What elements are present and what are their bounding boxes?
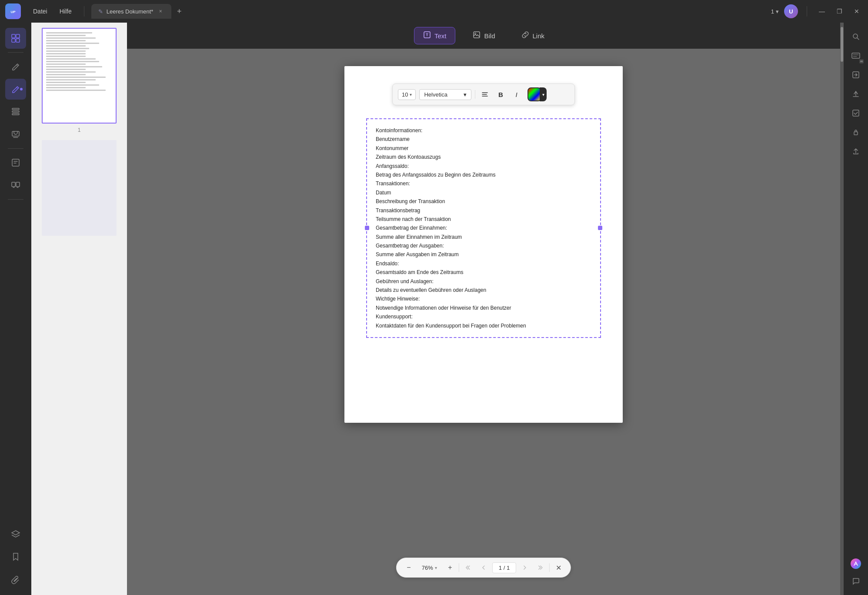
ocr-badge: AI <box>859 59 864 64</box>
winbtn-divider <box>807 6 807 17</box>
text-line: Details zu eventuellen Gebühren oder Aus… <box>376 286 591 294</box>
italic-button[interactable]: I <box>510 88 522 100</box>
page-prev-button[interactable] <box>477 561 491 575</box>
svg-text:T: T <box>426 33 428 37</box>
page-next-button[interactable] <box>518 561 532 575</box>
maximize-button[interactable]: ❐ <box>833 5 845 17</box>
font-size-control[interactable]: 10 ▾ <box>398 89 416 100</box>
right-icon-share[interactable] <box>847 143 865 160</box>
toolbar-bild-label: Bild <box>484 32 495 40</box>
format-toolbar: 10 ▾ Helvetica ▾ B I <box>392 84 575 105</box>
sidebar-icon-organize[interactable] <box>5 175 26 196</box>
scroll-thumb[interactable] <box>841 27 843 62</box>
svg-point-22 <box>851 558 861 569</box>
zoom-out-button[interactable]: − <box>402 561 416 575</box>
toolbar-text-label: Text <box>434 32 447 40</box>
text-line: Gesamtsaldo am Ende des Zeitraums <box>376 268 591 277</box>
text-line: Endsaldo: <box>376 259 591 268</box>
thumb-wrapper-2[interactable] <box>42 140 117 236</box>
text-box-handle-right[interactable] <box>598 226 602 230</box>
toolbar-link-button[interactable]: Link <box>513 27 554 44</box>
svg-rect-2 <box>12 34 15 38</box>
toolbar-link-label: Link <box>533 32 545 40</box>
svg-rect-4 <box>12 39 15 42</box>
toolbar-close-button[interactable]: ✕ <box>551 561 565 575</box>
text-box[interactable]: Kontoinformationen:BenutzernameKontonumm… <box>366 118 601 338</box>
thumb-wrapper-1[interactable] <box>42 28 117 124</box>
sidebar-icon-thumbnails[interactable] <box>5 28 26 49</box>
menu-divider <box>84 6 84 17</box>
svg-rect-10 <box>12 159 19 166</box>
sidebar-icon-form[interactable] <box>5 152 26 173</box>
color-chevron[interactable]: ▾ <box>540 87 547 101</box>
bold-button[interactable]: B <box>494 88 507 100</box>
text-line: Benutzername <box>376 135 591 144</box>
page-nav-chevron[interactable]: ▾ <box>776 8 779 15</box>
tab-close-button[interactable]: × <box>157 7 164 15</box>
link-tool-icon <box>521 31 529 40</box>
sidebar-icon-attachment[interactable] <box>5 569 26 590</box>
page-first-button[interactable] <box>461 561 475 575</box>
toolbar-bild-button[interactable]: Bild <box>464 27 504 44</box>
sidebar-icon-edit[interactable] <box>5 56 26 77</box>
zoom-in-button[interactable]: + <box>443 561 457 575</box>
font-family-control[interactable]: Helvetica ▾ <box>419 89 471 100</box>
bottom-toolbar: − 76% ▾ + 1 / 1 <box>396 558 571 578</box>
sidebar-sep-2 <box>8 148 23 149</box>
format-sep-1 <box>475 90 475 99</box>
right-icon-convert[interactable] <box>847 66 865 84</box>
thumb-page-1[interactable]: 1 <box>35 28 124 133</box>
svg-rect-12 <box>16 182 20 187</box>
document-page[interactable]: 10 ▾ Helvetica ▾ B I <box>344 66 623 423</box>
align-button[interactable] <box>479 88 491 100</box>
document-canvas[interactable]: 10 ▾ Helvetica ▾ B I <box>127 49 840 595</box>
new-tab-button[interactable]: + <box>173 5 185 17</box>
sidebar-bottom <box>5 524 26 590</box>
menu-hilfe[interactable]: Hilfe <box>54 5 77 17</box>
right-icon-ocr[interactable]: AI <box>847 47 865 64</box>
right-icon-save[interactable] <box>847 85 865 103</box>
sidebar-icon-annotate[interactable] <box>5 79 26 100</box>
tab-area: ✎ Leeres Dokument* × + <box>91 4 768 19</box>
app-logo: UP <box>5 3 21 19</box>
text-line: Teilsumme nach der Transaktion <box>376 215 591 224</box>
sidebar-icon-toc[interactable] <box>5 101 26 122</box>
text-line: Transaktionen: <box>376 179 591 188</box>
sidebar-icon-layers[interactable] <box>5 524 26 545</box>
text-line: Transaktionsbetrag <box>376 206 591 215</box>
font-family-chevron[interactable]: ▾ <box>464 91 467 98</box>
thumb-page-2[interactable] <box>35 140 124 236</box>
title-bar-right: 1 ▾ U — ❐ ✕ <box>771 4 863 18</box>
minimize-button[interactable]: — <box>816 5 828 17</box>
text-line: Zeitraum des Kontoauszugs <box>376 153 591 161</box>
color-picker-group[interactable]: ▾ <box>527 87 547 101</box>
zoom-display[interactable]: 76% ▾ <box>417 563 441 573</box>
svg-rect-21 <box>854 132 858 135</box>
text-box-handle-left[interactable] <box>365 226 369 230</box>
close-button[interactable]: ✕ <box>851 5 863 17</box>
right-icon-check[interactable] <box>847 104 865 122</box>
sidebar-icon-bookmark[interactable] <box>5 546 26 567</box>
text-line: Gesamtbetrag der Einnahmen: <box>376 224 591 232</box>
right-icon-protect[interactable] <box>847 124 865 141</box>
font-size-chevron[interactable]: ▾ <box>410 92 412 97</box>
zoom-level-value: 76% <box>422 565 433 571</box>
menu-datei[interactable]: Datei <box>28 5 53 17</box>
active-tab[interactable]: ✎ Leeres Dokument* × <box>91 4 172 19</box>
right-icon-search[interactable] <box>847 28 865 45</box>
toolbar-text-button[interactable]: T Text <box>414 27 456 44</box>
right-icon-comment[interactable] <box>847 572 865 590</box>
page-last-button[interactable] <box>534 561 548 575</box>
app-logo-icon: UP <box>5 3 21 19</box>
menu-bar: Datei Hilfe <box>28 5 77 17</box>
tab-edit-icon: ✎ <box>98 8 103 15</box>
title-bar: UP Datei Hilfe ✎ Leeres Dokument* × + 1 … <box>0 0 868 23</box>
svg-rect-5 <box>16 39 20 42</box>
sidebar-icon-stamp[interactable] <box>5 124 26 145</box>
right-icon-ai[interactable] <box>847 555 865 572</box>
scrollbar[interactable] <box>840 23 844 595</box>
zoom-chevron[interactable]: ▾ <box>435 565 437 570</box>
left-sidebar <box>0 23 31 595</box>
user-avatar[interactable]: U <box>784 4 798 18</box>
svg-rect-18 <box>852 53 860 58</box>
